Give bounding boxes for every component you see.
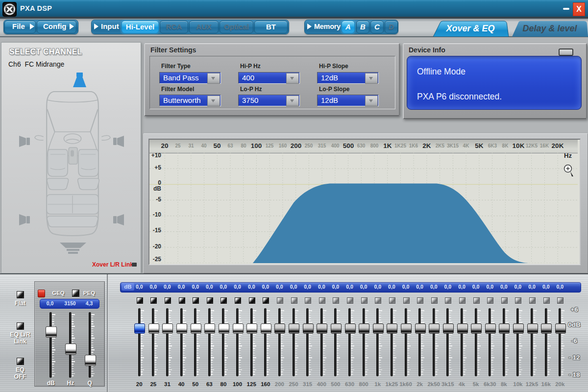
svg-text:Delay & level: Delay & level [522, 24, 577, 33]
svg-text:Xover & EQ: Xover & EQ [445, 24, 494, 33]
